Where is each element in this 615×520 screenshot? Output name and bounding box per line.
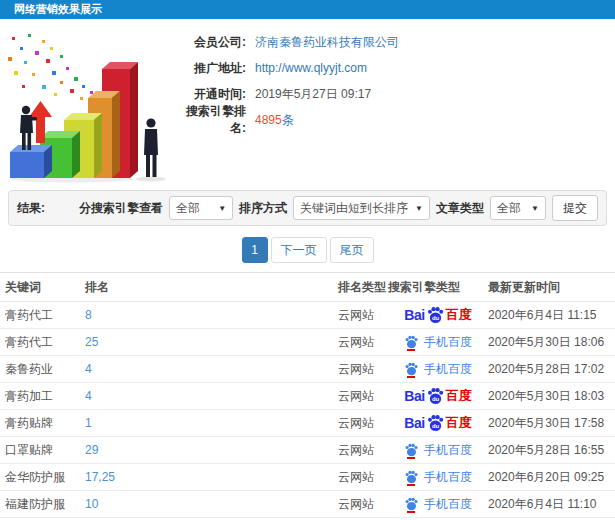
rank-cell: 25	[85, 329, 338, 356]
table-row: 膏药加工 4 云网站 Bai du 百度 2020年5月30日 18:03	[0, 383, 615, 410]
keyword-cell: 膏药加工	[0, 383, 85, 410]
article-type-select-value: 全部	[497, 200, 521, 217]
baidu-paw-icon: du	[426, 387, 445, 405]
baidu-logo-latin: Bai	[404, 415, 424, 431]
page-header: 网络营销效果展示	[0, 0, 615, 19]
table-row: 膏药代工 25 云网站 手机百度 2020年5月30日 18:06	[0, 329, 615, 356]
baidu-paw-icon: du	[426, 414, 445, 432]
results-table-wrap: 关键词 排名 排名类型 搜索引擎类型 最新更新时间 膏药代工 8 云网站 Bai	[0, 272, 615, 520]
mobile-baidu-logo: 手机百度	[404, 442, 472, 459]
keyword-cell: 口罩贴牌	[0, 437, 85, 464]
rank-link[interactable]: 25	[85, 335, 98, 349]
rank-link[interactable]: 29	[85, 443, 98, 457]
info-row-rank-count: 搜索引擎排名: 4895条	[172, 107, 399, 133]
mobile-baidu-paw-icon	[404, 443, 419, 457]
rank-count-suffix-link[interactable]: 条	[282, 112, 294, 129]
baidu-logo: Bai du 百度	[404, 306, 471, 324]
submit-button[interactable]: 提交	[552, 195, 598, 221]
engine-cell: 手机百度	[388, 464, 488, 491]
mobile-baidu-paw-icon	[404, 470, 419, 484]
rank-link[interactable]: 4	[85, 362, 92, 376]
rank-link[interactable]: 8	[85, 308, 92, 322]
keyword-cell: 秦鲁药业	[0, 356, 85, 383]
rank-link[interactable]: 4	[85, 389, 92, 403]
chevron-down-icon: ▼	[218, 204, 226, 213]
sort-select[interactable]: 关键词由短到长排序 ▼	[293, 196, 430, 220]
rank-link[interactable]: 10	[85, 497, 98, 511]
engine-cell: 手机百度	[388, 491, 488, 518]
header-rank: 排名	[85, 273, 338, 302]
table-row: 福建防护服 10 云网站 手机百度 2020年6月4日 11:10	[0, 491, 615, 518]
table-header-row: 关键词 排名 排名类型 搜索引擎类型 最新更新时间	[0, 273, 615, 302]
company-name-link[interactable]: 济南秦鲁药业科技有限公司	[255, 34, 399, 51]
rank-cell: 4	[85, 383, 338, 410]
rank-link[interactable]: 17,25	[85, 470, 115, 484]
engine-cell: Bai du 百度	[388, 410, 488, 437]
businessman-right	[144, 118, 158, 177]
table-row: 口罩贴牌 29 云网站 手机百度 2020年5月28日 16:55	[0, 437, 615, 464]
mobile-baidu-label: 手机百度	[424, 442, 472, 459]
result-label: 结果:	[17, 200, 45, 217]
keyword-cell: 金华防护服	[0, 464, 85, 491]
rank-cell: 17,25	[85, 464, 338, 491]
marketing-clipart-image	[2, 31, 177, 185]
keyword-cell: 膏药贴牌	[0, 410, 85, 437]
pagination-item[interactable]: 尾页	[330, 237, 374, 263]
rank-cell: 29	[85, 437, 338, 464]
promo-url-link[interactable]: http://www.qlyyjt.com	[255, 61, 367, 75]
updated-cell: 2020年5月30日 17:58	[488, 410, 615, 437]
engine-cell: 手机百度	[388, 437, 488, 464]
mobile-baidu-logo: 手机百度	[404, 361, 472, 378]
rank-type-cell: 云网站	[338, 464, 388, 491]
results-table: 关键词 排名 排名类型 搜索引擎类型 最新更新时间 膏药代工 8 云网站 Bai	[0, 272, 615, 520]
promo-url-label: 推广地址:	[172, 60, 246, 77]
rank-cell: 8	[85, 302, 338, 329]
baidu-logo-cn: 百度	[446, 414, 472, 432]
company-label: 会员公司:	[172, 34, 246, 51]
chevron-down-icon: ▼	[531, 204, 539, 213]
updated-cell: 2020年6月4日 11:15	[488, 302, 615, 329]
company-summary-section: 会员公司: 济南秦鲁药业科技有限公司 推广地址: http://www.qlyy…	[0, 19, 615, 185]
sort-label: 排序方式	[239, 200, 287, 217]
table-row: 膏药贴牌 1 云网站 Bai du 百度 2020年5月30日 17:58	[0, 410, 615, 437]
baidu-logo: Bai du 百度	[404, 387, 471, 405]
article-type-select[interactable]: 全部 ▼	[490, 196, 546, 220]
baidu-logo-latin: Bai	[404, 388, 424, 404]
filter-panel: 结果: 分搜索引擎查看 全部 ▼ 排序方式 关键词由短到长排序 ▼ 文章类型 全…	[8, 190, 607, 226]
updated-cell: 2020年6月4日 11:10	[488, 491, 615, 518]
pagination-current[interactable]: 1	[242, 237, 268, 263]
updated-cell: 2020年6月20日 09:25	[488, 464, 615, 491]
open-time-value: 2019年5月27日 09:17	[255, 86, 371, 103]
baidu-logo: Bai du 百度	[404, 414, 471, 432]
info-row-url: 推广地址: http://www.qlyyjt.com	[172, 55, 399, 81]
baidu-logo-latin: Bai	[404, 307, 424, 323]
rank-count-value: 4895	[255, 113, 282, 127]
pagination-item[interactable]: 下一页	[271, 237, 327, 263]
updated-cell: 2020年5月28日 17:02	[488, 356, 615, 383]
rank-type-cell: 云网站	[338, 383, 388, 410]
keyword-cell: 膏药代工	[0, 329, 85, 356]
baidu-paw-icon: du	[426, 306, 445, 324]
mobile-baidu-paw-icon	[404, 362, 419, 376]
rank-cell: 10	[85, 491, 338, 518]
svg-text:du: du	[432, 396, 440, 402]
rank-cell: 1	[85, 410, 338, 437]
engine-select[interactable]: 全部 ▼	[169, 196, 233, 220]
mobile-baidu-logo: 手机百度	[404, 496, 472, 513]
svg-text:du: du	[432, 315, 440, 321]
page: 网络营销效果展示	[0, 0, 615, 520]
engine-cell: 手机百度	[388, 329, 488, 356]
engine-select-value: 全部	[176, 200, 200, 217]
mobile-baidu-label: 手机百度	[424, 361, 472, 378]
mobile-baidu-paw-icon	[404, 497, 419, 511]
baidu-logo-cn: 百度	[446, 306, 472, 324]
header-updated: 最新更新时间	[488, 273, 615, 302]
rank-cell: 4	[85, 356, 338, 383]
engine-cell: Bai du 百度	[388, 383, 488, 410]
mobile-baidu-label: 手机百度	[424, 469, 472, 486]
rank-link[interactable]: 1	[85, 416, 92, 430]
updated-cell: 2020年5月30日 18:06	[488, 329, 615, 356]
info-row-company: 会员公司: 济南秦鲁药业科技有限公司	[172, 29, 399, 55]
rank-count-label: 搜索引擎排名:	[172, 103, 246, 137]
table-row: 膏药代工 8 云网站 Bai du 百度 2020年6月4日 11:15	[0, 302, 615, 329]
